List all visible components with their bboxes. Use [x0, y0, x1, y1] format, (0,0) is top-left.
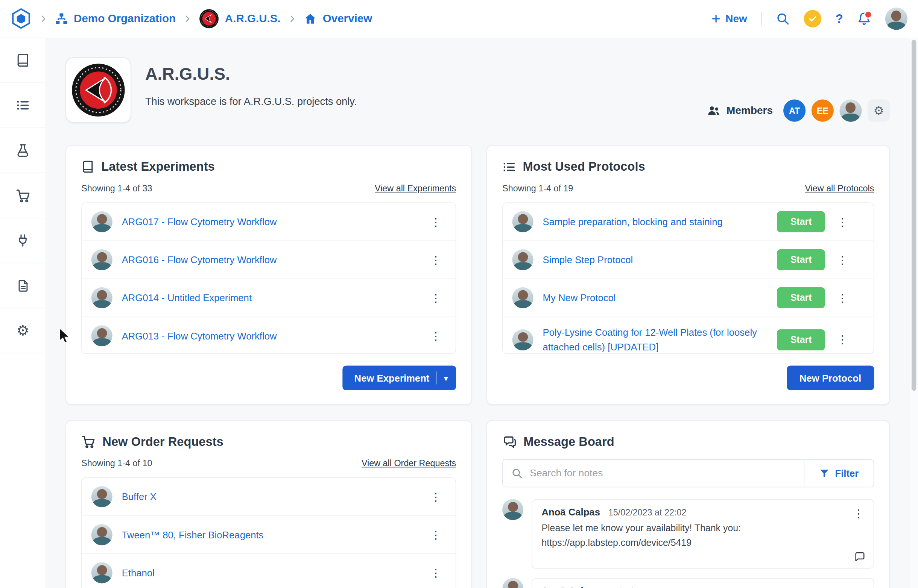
sidebar-item-inventory[interactable]: [0, 128, 45, 173]
experiment-link[interactable]: ARG017 - Flow Cytometry Workflow: [122, 215, 277, 229]
protocols-list: Sample preparation, blocking and stainin…: [502, 202, 874, 354]
start-protocol-button[interactable]: Start: [777, 330, 825, 351]
view-all-order-requests-link[interactable]: View all Order Requests: [361, 458, 456, 468]
message-author: Anoä Calpas: [541, 585, 600, 588]
protocol-row: Sample preparation, blocking and stainin…: [503, 203, 874, 241]
breadcrumb-page-overview[interactable]: Overview: [304, 12, 372, 25]
search-button[interactable]: [776, 12, 790, 26]
message-list: Anoä Calpas 15/02/2023 at 22:02 ⋮ Please…: [502, 499, 874, 588]
kebab-menu-button[interactable]: ⋮: [426, 252, 446, 268]
order-requests-list: Buffer X ⋮ Tween™ 80, Fisher BioReagents…: [81, 478, 456, 588]
member-avatar-at[interactable]: AT: [783, 100, 806, 122]
kebab-menu-button[interactable]: ⋮: [848, 505, 869, 521]
scrollbar-thumb[interactable]: [912, 40, 916, 391]
avatar: [91, 524, 112, 545]
card-title: Most Used Protocols: [502, 160, 874, 174]
kebab-menu-button[interactable]: ⋮: [832, 290, 853, 306]
message-author: Anoä Calpas: [541, 507, 600, 518]
book-icon: [81, 160, 94, 173]
sidebar-item-order-requests[interactable]: [0, 173, 45, 218]
kebab-menu-button[interactable]: ⋮: [426, 214, 446, 230]
experiment-row: ARG016 - Flow Cytometry Workflow ⋮: [82, 241, 456, 279]
gear-icon: ⚙: [874, 105, 884, 116]
new-protocol-label: New Protocol: [800, 372, 861, 383]
kebab-menu-button[interactable]: ⋮: [832, 214, 853, 230]
experiment-link[interactable]: ARG016 - Flow Cytometry Workflow: [122, 253, 277, 267]
kebab-menu-button[interactable]: ⋮: [832, 252, 853, 268]
avatar: [512, 330, 533, 351]
protocol-row: My New Protocol Start ⋮: [503, 279, 874, 317]
message-item: Anoä Calpas 15/02/2023 at 22:02 ⋮ Please…: [502, 499, 874, 569]
kebab-menu-button[interactable]: ⋮: [426, 565, 446, 580]
members-icon: [707, 103, 720, 117]
navbar-actions: New ?: [711, 8, 907, 30]
protocol-link[interactable]: My New Protocol: [543, 292, 616, 303]
sidebar-item-devices[interactable]: [0, 218, 45, 263]
order-link[interactable]: Buffer X: [122, 489, 157, 504]
reply-icon[interactable]: [854, 551, 865, 562]
avatar: [91, 486, 112, 507]
sidebar-item-experiments[interactable]: [0, 38, 45, 83]
new-protocol-button[interactable]: New Protocol: [787, 366, 874, 390]
kebab-menu-button[interactable]: ⋮: [426, 328, 446, 344]
order-link[interactable]: Ethanol: [122, 565, 155, 580]
avatar: [512, 249, 533, 270]
button-divider: [436, 372, 437, 384]
order-link[interactable]: Tween™ 80, Fisher BioReagents: [122, 527, 264, 542]
user-avatar[interactable]: [885, 8, 907, 30]
experiment-link[interactable]: ARG014 - Untitled Experiment: [122, 291, 252, 305]
protocol-link[interactable]: Simple Step Protocol: [543, 254, 633, 265]
new-button[interactable]: New: [711, 12, 747, 25]
kebab-menu-button[interactable]: ⋮: [848, 584, 869, 588]
card-title-label: Latest Experiments: [101, 160, 214, 174]
experiment-row: ARG014 - Untitled Experiment ⋮: [82, 279, 456, 317]
task-check-icon: [804, 10, 822, 27]
notifications-button[interactable]: [857, 12, 871, 26]
breadcrumb-page-label: Overview: [323, 12, 372, 25]
start-protocol-button[interactable]: Start: [777, 211, 825, 233]
message-box: Anoä Calpas 15/02/2023 at 22:02 ⋮ Please…: [532, 499, 874, 569]
sidebar: ⚙: [0, 37, 46, 588]
filter-button[interactable]: Filter: [804, 460, 874, 487]
view-all-experiments-link[interactable]: View all Experiments: [375, 183, 456, 193]
main-content: A.R.G.U.S. This workspace is for A.R.G.U…: [45, 37, 910, 588]
sidebar-item-settings[interactable]: ⚙: [0, 308, 45, 354]
member-avatar-photo[interactable]: [839, 100, 861, 122]
avatar: [502, 578, 523, 588]
flask-icon: [16, 143, 30, 157]
organization-icon: [55, 12, 68, 25]
app-logo-button[interactable]: [10, 7, 33, 31]
filter-button-label: Filter: [835, 468, 859, 479]
protocol-link[interactable]: Poly-Lysine Coating for 12-Well Plates (…: [543, 327, 757, 352]
order-row: Buffer X ⋮: [82, 478, 456, 515]
page-scrollbar[interactable]: [910, 37, 918, 588]
help-button[interactable]: ?: [835, 12, 843, 26]
start-protocol-button[interactable]: Start: [777, 249, 825, 270]
chevron-right-icon: [287, 14, 297, 23]
kebab-menu-button[interactable]: ⋮: [426, 527, 446, 543]
showing-count: Showing 1-4 of 33: [81, 183, 152, 193]
kebab-menu-button[interactable]: ⋮: [832, 332, 853, 348]
page-title: A.R.G.U.S.: [145, 64, 357, 84]
kebab-menu-button[interactable]: ⋮: [426, 290, 446, 306]
breadcrumb-workspace[interactable]: A.R.G.U.S.: [199, 9, 280, 29]
protocol-link[interactable]: Sample preparation, blocking and stainin…: [543, 216, 723, 227]
experiment-link[interactable]: ARG013 - Flow Cytometry Workflow: [122, 329, 277, 343]
order-row: Tween™ 80, Fisher BioReagents ⋮: [82, 515, 456, 553]
notes-search-input[interactable]: [529, 467, 804, 480]
kebab-menu-button[interactable]: ⋮: [426, 489, 446, 504]
tasks-status-button[interactable]: [804, 10, 822, 27]
cards-grid: Latest Experiments Showing 1-4 of 33 Vie…: [65, 145, 890, 588]
chat-icon: [502, 435, 516, 449]
new-experiment-button[interactable]: New Experiment ▾: [342, 366, 456, 390]
start-protocol-button[interactable]: Start: [777, 287, 825, 308]
breadcrumb-organization[interactable]: Demo Organization: [55, 12, 176, 25]
sidebar-item-protocols[interactable]: [0, 83, 45, 128]
workspace-settings-button[interactable]: ⚙: [868, 100, 890, 122]
book-icon: [16, 53, 30, 67]
latest-experiments-card: Latest Experiments Showing 1-4 of 33 Vie…: [65, 145, 472, 405]
sidebar-item-files[interactable]: [0, 263, 45, 308]
view-all-protocols-link[interactable]: View all Protocols: [805, 183, 874, 193]
member-avatar-ee[interactable]: EE: [811, 100, 834, 122]
workspace-logo-icon: [199, 9, 219, 29]
